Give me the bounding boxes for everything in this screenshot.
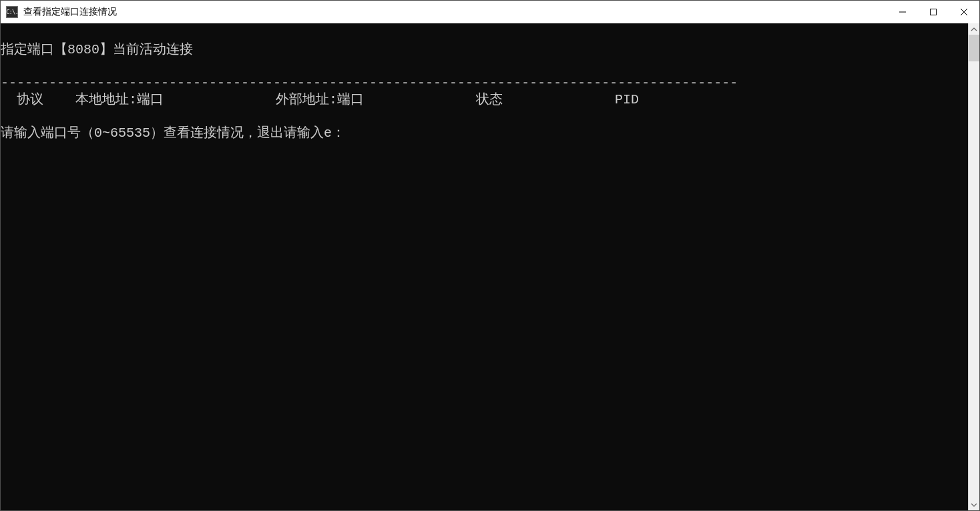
- minimize-icon: [899, 8, 907, 16]
- chevron-down-icon: [971, 502, 977, 508]
- client-area: 指定端口【8080】当前活动连接 -----------------------…: [1, 23, 979, 510]
- cmd-icon: C:\.: [6, 6, 18, 18]
- console-header-line: 协议 本地地址:端口 外部地址:端口 状态 PID: [1, 92, 639, 107]
- console-divider-line: ----------------------------------------…: [1, 75, 738, 91]
- close-icon: [960, 8, 968, 16]
- scroll-up-button[interactable]: [969, 23, 979, 35]
- svg-rect-1: [931, 9, 937, 15]
- minimize-button[interactable]: [887, 1, 918, 23]
- window-title: 查看指定端口连接情况: [23, 6, 117, 18]
- console-status-line: 指定端口【8080】当前活动连接: [1, 42, 193, 57]
- close-button[interactable]: [949, 1, 979, 23]
- console-prompt-line: 请输入端口号（0~65535）查看连接情况，退出请输入e：: [1, 125, 345, 141]
- chevron-up-icon: [971, 26, 977, 33]
- console-output[interactable]: 指定端口【8080】当前活动连接 -----------------------…: [1, 23, 968, 510]
- scrollbar-thumb[interactable]: [969, 35, 979, 61]
- scroll-down-button[interactable]: [969, 499, 979, 510]
- app-window: C:\. 查看指定端口连接情况 指定端口【8080】当前活动连接 -------…: [0, 0, 980, 511]
- title-bar[interactable]: C:\. 查看指定端口连接情况: [1, 1, 979, 23]
- maximize-button[interactable]: [918, 1, 949, 23]
- maximize-icon: [929, 8, 937, 16]
- vertical-scrollbar[interactable]: [968, 23, 979, 510]
- scrollbar-track[interactable]: [969, 35, 979, 499]
